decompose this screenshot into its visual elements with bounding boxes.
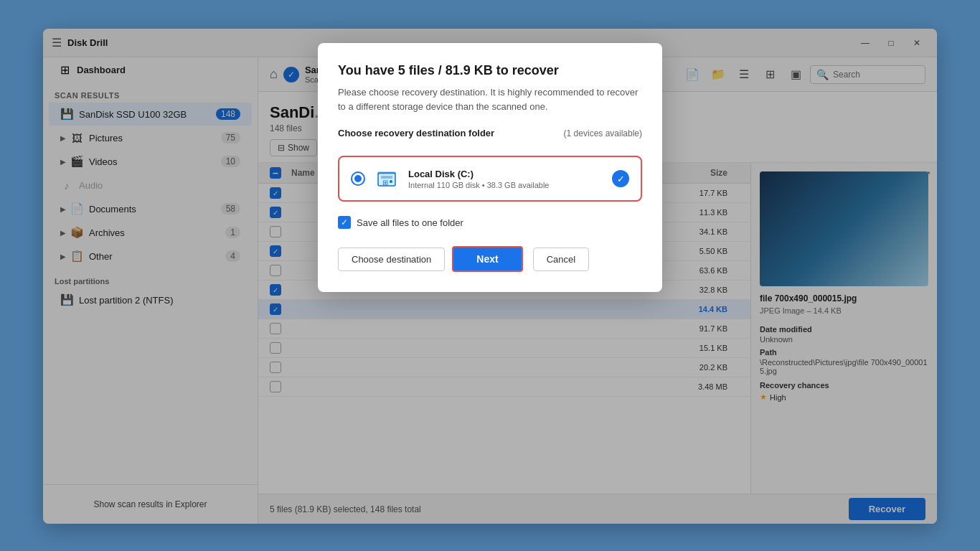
cancel-button[interactable]: Cancel — [533, 248, 589, 271]
svg-rect-4 — [377, 171, 396, 174]
modal-overlay: You have 5 files / 81.9 KB to recover Pl… — [0, 0, 980, 551]
modal-actions: Choose destination Next Cancel — [338, 246, 642, 272]
choose-destination-button[interactable]: Choose destination — [338, 248, 445, 271]
modal-section-header: Choose recovery destination folder (1 de… — [338, 128, 642, 147]
destination-checkmark: ✓ — [612, 170, 629, 187]
next-button[interactable]: Next — [452, 246, 522, 272]
radio-inner — [354, 175, 362, 182]
recovery-modal: You have 5 files / 81.9 KB to recover Pl… — [318, 43, 662, 292]
modal-description: Please choose recovery destination. It i… — [338, 85, 642, 113]
destination-option[interactable]: ⊞ Local Disk (C:) Internal 110 GB disk •… — [338, 156, 642, 202]
radio-button[interactable] — [351, 171, 365, 186]
svg-point-3 — [390, 180, 392, 183]
destination-info: Local Disk (C:) Internal 110 GB disk • 3… — [408, 169, 603, 189]
destination-name: Local Disk (C:) — [408, 169, 603, 179]
save-to-one-folder-label: Save all files to one folder — [357, 217, 463, 228]
modal-devices-label: (1 devices available) — [564, 128, 642, 138]
save-to-one-folder-row: ✓ Save all files to one folder — [338, 216, 642, 229]
modal-title: You have 5 files / 81.9 KB to recover — [338, 63, 642, 78]
svg-text:⊞: ⊞ — [382, 179, 388, 187]
save-to-one-folder-checkbox[interactable]: ✓ — [338, 216, 351, 229]
destination-detail: Internal 110 GB disk • 38.3 GB available — [408, 181, 603, 189]
disk-icon: ⊞ — [374, 166, 400, 192]
modal-section-title: Choose recovery destination folder — [338, 128, 494, 138]
